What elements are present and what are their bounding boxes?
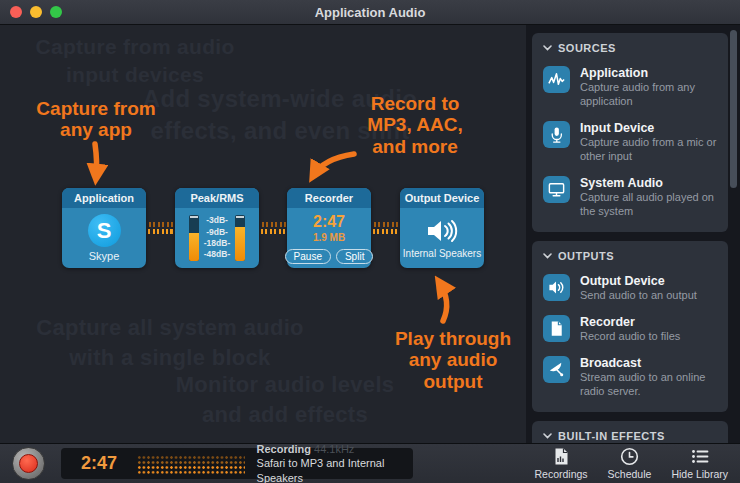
microphone-icon <box>543 121 570 148</box>
speaker-icon <box>425 218 459 244</box>
ghost-caption-system-audio: Capture all system audio with a single b… <box>25 313 315 372</box>
library-section-sources: SOURCES Application Capture audio from a… <box>532 33 728 232</box>
list-icon <box>690 447 710 466</box>
waveform-icon <box>543 66 570 93</box>
traffic-lights <box>10 6 62 18</box>
library-item-input-device[interactable]: Input Device Capture audio from a mic or… <box>543 121 718 164</box>
annotation-capture-from-any-app: Capture from any app <box>18 98 174 141</box>
record-icon <box>19 454 38 473</box>
recorder-file-size: 1.9 MB <box>313 232 345 243</box>
close-button[interactable] <box>10 6 22 18</box>
sample-rate: 44.1kHz <box>314 443 354 455</box>
section-header-sources[interactable]: SOURCES <box>543 42 718 54</box>
library-item-broadcast[interactable]: Broadcast Stream audio to an online radi… <box>543 356 718 399</box>
ghost-caption-input-devices: Capture from audio input devices <box>20 33 250 90</box>
section-header-outputs[interactable]: OUTPUTS <box>543 250 718 262</box>
status-bar: 2:47 Recording 44.1kHz Safari to MP3 and… <box>0 443 740 483</box>
block-application-source: Skype <box>89 250 120 262</box>
document-icon <box>543 315 570 342</box>
split-button[interactable]: Split <box>336 249 373 264</box>
display-icon <box>543 176 570 203</box>
db-scale: -3dB- -9dB- -18dB- -48dB- <box>204 215 230 261</box>
recordings-icon <box>553 447 570 466</box>
chevron-down-icon <box>543 433 552 439</box>
curved-arrow-icon <box>298 147 360 191</box>
schedule-clock-icon <box>620 447 639 466</box>
session-timer: 2:47 <box>61 453 137 474</box>
chevron-down-icon <box>543 253 552 259</box>
block-output-device-title: Output Device <box>400 188 484 208</box>
waveform-display <box>137 453 245 474</box>
record-button[interactable] <box>12 447 45 480</box>
block-output-device[interactable]: Output Device Internal Speakers <box>400 188 484 268</box>
broadcast-dish-icon <box>543 356 570 383</box>
title-bar: Application Audio <box>0 0 740 25</box>
pause-button[interactable]: Pause <box>285 249 331 264</box>
block-recorder[interactable]: Recorder 2:47 1.9 MB Pause Split <box>287 188 371 268</box>
level-meter-right <box>235 215 245 261</box>
block-application[interactable]: Application S Skype <box>62 188 146 268</box>
up-arrow-icon <box>412 272 458 326</box>
app-window: Application Audio Capture from audio inp… <box>0 0 740 483</box>
block-recorder-title: Recorder <box>287 188 371 208</box>
recording-status: Recording 44.1kHz <box>257 442 413 456</box>
chevron-down-icon <box>543 45 552 51</box>
library-section-outputs: OUTPUTS Output Device Send audio to an o… <box>532 241 728 412</box>
recordings-button[interactable]: Recordings <box>534 447 587 480</box>
minimize-button[interactable] <box>30 6 42 18</box>
level-meter-left <box>189 215 199 261</box>
pipeline-summary: Safari to MP3 and Internal Speakers <box>257 456 413 483</box>
session-canvas[interactable]: Capture from audio input devices Add sys… <box>0 25 526 443</box>
session-display: 2:47 Recording 44.1kHz Safari to MP3 and… <box>61 448 413 479</box>
audio-flow-connector <box>261 222 286 234</box>
library-item-system-audio[interactable]: System Audio Capture all audio played on… <box>543 176 718 219</box>
library-item-application[interactable]: Application Capture audio from any appli… <box>543 66 718 109</box>
library-panel: SOURCES Application Capture audio from a… <box>526 25 740 443</box>
hide-library-button[interactable]: Hide Library <box>671 447 728 480</box>
audio-flow-connector <box>148 222 173 234</box>
sidebar-scrollbar[interactable] <box>730 30 737 188</box>
zoom-button[interactable] <box>50 6 62 18</box>
speaker-icon <box>543 274 570 301</box>
recorder-elapsed-time: 2:47 <box>313 213 345 231</box>
audio-flow-connector <box>373 222 398 234</box>
block-output-device-target: Internal Speakers <box>403 248 481 259</box>
skype-icon: S <box>88 214 121 247</box>
block-peak-rms-title: Peak/RMS <box>175 188 259 208</box>
library-item-recorder[interactable]: Recorder Record audio to files <box>543 315 718 344</box>
section-header-built-in-effects[interactable]: BUILT-IN EFFECTS <box>543 430 718 442</box>
library-item-output-device[interactable]: Output Device Send audio to an output <box>543 274 718 303</box>
schedule-button[interactable]: Schedule <box>608 447 652 480</box>
block-peak-rms[interactable]: Peak/RMS -3dB- -9dB- -18dB- -48dB- <box>175 188 259 268</box>
down-arrow-icon <box>80 140 114 190</box>
window-title: Application Audio <box>0 5 740 20</box>
ghost-caption-monitor-levels: Monitor audio levels and add effects <box>160 370 410 429</box>
annotation-play-through-output: Play through any audio output <box>383 328 523 392</box>
block-application-title: Application <box>62 188 146 208</box>
annotation-record-to-mp3: Record to MP3, AAC, and more <box>345 93 485 157</box>
